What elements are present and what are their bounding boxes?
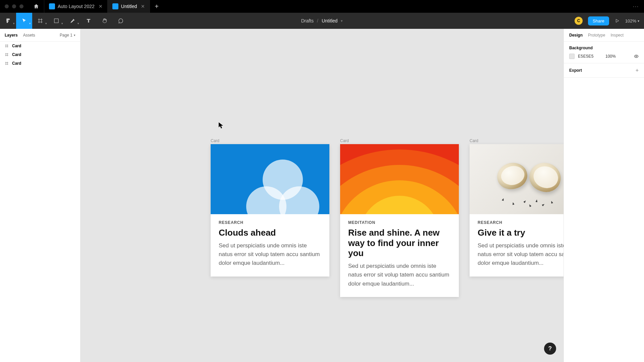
comment-tool[interactable] [113, 13, 129, 29]
color-opacity[interactable]: 100% [605, 54, 619, 59]
tab-auto-layout-2022[interactable]: Auto Layout 2022 ✕ [44, 0, 108, 13]
chevron-down-icon: ▾ [341, 19, 343, 23]
figma-logo-icon [5, 18, 11, 24]
chevron-down-icon: ▾ [61, 22, 63, 25]
tab-label: Untitled [121, 4, 137, 9]
tab-prototype[interactable]: Prototype [588, 33, 605, 38]
page-selector[interactable]: Page 1 ▾ [60, 33, 75, 38]
zoom-control[interactable]: 102% ▾ [625, 18, 639, 23]
present-button[interactable] [614, 18, 620, 23]
background-row[interactable]: E5E5E5 100% [569, 54, 639, 59]
chevron-down-icon: ▾ [74, 34, 75, 37]
share-button[interactable]: Share [588, 16, 609, 25]
chevron-down-icon: ▾ [45, 22, 47, 25]
section-heading: Export [569, 68, 582, 73]
toolbar: ▾ ▾ ▾ ▾ ▾ Drafts / Untitled ▾ [0, 13, 644, 29]
frame-card-1[interactable]: Card RESEARCH Clouds ahead Sed ut perspi… [211, 138, 329, 277]
frame-card-2[interactable]: Card MEDITATION Rise and shine. A new wa… [340, 138, 459, 297]
card-text: Sed ut perspiciatis unde omnis iste natu… [478, 241, 564, 268]
zoom-value: 102% [625, 18, 636, 23]
page-label: Page 1 [60, 33, 72, 38]
cards-group: Card RESEARCH Clouds ahead Sed ut perspi… [211, 138, 564, 297]
tab-label: Auto Layout 2022 [58, 4, 95, 9]
shard [528, 204, 531, 207]
traffic-minimize[interactable] [12, 4, 16, 8]
card-eyebrow: RESEARCH [478, 220, 564, 225]
text-tool[interactable] [80, 13, 97, 29]
frame-label: Card [470, 138, 564, 143]
tab-design[interactable]: Design [569, 33, 583, 38]
card-eyebrow: MEDITATION [348, 220, 451, 225]
card: RESEARCH Clouds ahead Sed ut perspiciati… [211, 144, 329, 277]
home-button[interactable] [28, 0, 44, 13]
add-export-button[interactable]: + [636, 67, 639, 73]
eye-icon[interactable] [634, 54, 639, 59]
layer-row[interactable]: Card [0, 59, 80, 68]
svg-point-1 [636, 56, 637, 57]
tab-inspect[interactable]: Inspect [610, 33, 624, 38]
traffic-close[interactable] [5, 4, 9, 8]
egg-illustration [497, 163, 561, 192]
new-tab-button[interactable]: + [150, 3, 163, 10]
tab-untitled[interactable]: Untitled ✕ [108, 0, 150, 13]
frame-icon [5, 44, 9, 48]
avatar[interactable]: C [575, 17, 583, 25]
cursor-icon [219, 122, 223, 128]
help-button[interactable]: ? [544, 343, 556, 355]
titlebar: Auto Layout 2022 ✕ Untitled ✕ + ⋯ [0, 0, 644, 13]
shape-tool[interactable]: ▾ [48, 13, 64, 29]
traffic-zoom[interactable] [19, 4, 23, 8]
hand-tool[interactable] [97, 13, 113, 29]
chevron-down-icon: ▾ [29, 22, 31, 25]
right-panel-tabs: Design Prototype Inspect [564, 29, 644, 42]
card-body: RESEARCH Clouds ahead Sed ut perspiciati… [211, 214, 329, 277]
folder-label: Drafts [301, 18, 314, 23]
card-body: RESEARCH Give it a try Sed ut perspiciat… [470, 214, 564, 277]
tab-layers[interactable]: Layers [5, 33, 18, 38]
shard [550, 200, 553, 204]
canvas[interactable]: Card RESEARCH Clouds ahead Sed ut perspi… [80, 29, 564, 362]
layer-row[interactable]: Card [0, 50, 80, 59]
cursor-icon [21, 18, 27, 24]
pen-tool[interactable]: ▾ [64, 13, 80, 29]
card-image-egg [470, 144, 564, 214]
section-heading: Background [569, 46, 639, 50]
breadcrumb[interactable]: Drafts / Untitled ▾ [301, 18, 343, 23]
comment-icon [118, 18, 124, 24]
card-image-clouds [211, 144, 329, 214]
layer-name: Card [12, 44, 21, 48]
window-traffic-lights [5, 4, 23, 8]
play-icon [614, 18, 620, 23]
card-title: Give it a try [478, 228, 564, 238]
toolbar-right: C Share 102% ▾ [575, 16, 639, 25]
more-icon[interactable]: ⋯ [633, 3, 639, 10]
card-title: Clouds ahead [219, 228, 321, 238]
background-section: Background E5E5E5 100% [564, 42, 644, 63]
color-hex[interactable]: E5E5E5 [578, 54, 602, 59]
close-icon[interactable]: ✕ [141, 4, 145, 9]
file-icon [49, 3, 55, 9]
close-icon[interactable]: ✕ [99, 4, 103, 9]
chevron-down-icon: ▾ [638, 19, 639, 23]
color-swatch[interactable] [569, 54, 575, 59]
card-title: Rise and shine. A new way to find your i… [348, 228, 451, 258]
breadcrumb-separator: / [317, 18, 318, 23]
layer-row[interactable]: Card [0, 42, 80, 50]
shard [535, 199, 538, 202]
card: RESEARCH Give it a try Sed ut perspiciat… [470, 144, 564, 277]
frame-label: Card [211, 138, 329, 143]
frame-tool[interactable]: ▾ [32, 13, 48, 29]
tab-assets[interactable]: Assets [23, 33, 35, 38]
egg-shards [492, 188, 564, 208]
frame-icon [5, 53, 9, 57]
chevron-down-icon: ▾ [13, 22, 15, 25]
egg-shell [495, 160, 530, 192]
export-section: Export + [564, 63, 644, 78]
move-tool[interactable]: ▾ [16, 13, 32, 29]
card-body: MEDITATION Rise and shine. A new way to … [340, 214, 459, 297]
chevron-down-icon: ▾ [77, 22, 79, 25]
layer-name: Card [12, 61, 21, 66]
main-menu-button[interactable]: ▾ [0, 13, 16, 29]
rectangle-icon [53, 18, 59, 24]
frame-card-3[interactable]: Card [470, 138, 564, 277]
